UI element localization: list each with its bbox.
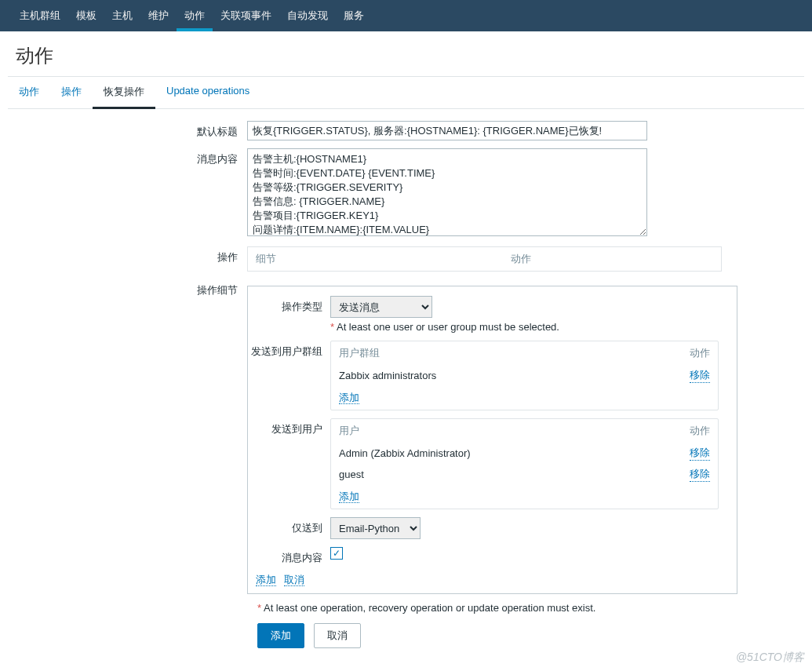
user-required-note: * At least one user or user group must b… [330,321,727,333]
operation-details-box: 操作类型 发送消息 * At least one user or user gr… [247,286,737,594]
send-only-to-label: 仅送到 [248,517,330,535]
topnav-item-7[interactable]: 服务 [336,0,372,31]
top-navigation: 主机群组模板主机维护动作关联项事件自动发现服务 [0,0,812,31]
table-row: guest移除 [331,464,718,485]
user-groups-table: 用户群组 动作 Zabbix administrators移除 添加 [330,341,719,410]
send-to-users-label: 发送到用户 [248,418,330,436]
tab-0[interactable]: 动作 [8,77,50,108]
operations-label: 操作 [8,246,247,264]
remove-group-link[interactable]: 移除 [690,368,710,383]
groups-col-name: 用户群组 [339,346,690,360]
topnav-item-1[interactable]: 模板 [68,0,104,31]
add-user-group-link[interactable]: 添加 [339,392,359,404]
operation-required-note: * At least one operation, recovery opera… [257,602,804,614]
users-table: 用户 动作 Admin (Zabbix Administrator)移除gues… [330,418,719,509]
topnav-item-4[interactable]: 动作 [177,0,213,31]
page-title: 动作 [0,31,812,76]
detail-add-link[interactable]: 添加 [256,574,276,586]
detail-actions: 添加 取消 [248,573,737,587]
users-col-name: 用户 [339,424,690,438]
message-label: 消息内容 [8,148,247,166]
op-details-label: 操作细节 [8,279,247,297]
groups-col-action: 动作 [690,346,710,360]
add-user-link[interactable]: 添加 [339,490,359,503]
tab-1[interactable]: 操作 [50,77,93,108]
table-row: Zabbix administrators移除 [331,365,718,386]
op-type-label: 操作类型 [248,296,330,314]
cancel-button[interactable]: 取消 [314,623,361,648]
topnav-item-6[interactable]: 自动发现 [279,0,336,31]
default-subject-input[interactable] [247,121,647,140]
send-only-to-select[interactable]: Email-Python [330,517,421,539]
operations-table: 细节 动作 [247,246,722,272]
watermark: @51CTO博客 [736,651,804,664]
msg-content-label: 消息内容 [248,547,330,565]
detail-cancel-link[interactable]: 取消 [284,574,304,586]
tab-3[interactable]: Update operations [155,77,260,108]
recovery-form: 默认标题 消息内容 操作 细节 动作 操作细节 [8,109,804,664]
op-type-select[interactable]: 发送消息 [330,296,432,318]
user-name: guest [339,469,690,480]
default-subject-label: 默认标题 [8,121,247,139]
send-to-groups-label: 发送到用户群组 [248,341,330,359]
topnav-item-5[interactable]: 关联项事件 [213,0,279,31]
content-panel: 动作操作恢复操作Update operations 默认标题 消息内容 操作 细… [8,76,804,664]
table-row: Admin (Zabbix Administrator)移除 [331,443,718,464]
message-textarea[interactable] [247,148,647,236]
remove-user-link[interactable]: 移除 [690,467,710,482]
tab-2[interactable]: 恢复操作 [93,77,155,109]
user-name: Admin (Zabbix Administrator) [339,447,690,459]
topnav-item-2[interactable]: 主机 [104,0,140,31]
users-col-action: 动作 [690,424,710,438]
add-button[interactable]: 添加 [257,623,304,648]
group-name: Zabbix administrators [339,370,690,381]
msg-content-checkbox[interactable]: ✓ [330,547,343,560]
form-buttons: 添加 取消 [257,623,804,648]
form-tabs: 动作操作恢复操作Update operations [8,77,804,109]
remove-user-link[interactable]: 移除 [690,446,710,461]
topnav-item-0[interactable]: 主机群组 [12,0,68,31]
ops-col-action: 动作 [511,252,531,266]
ops-col-detail: 细节 [256,252,511,266]
topnav-item-3[interactable]: 维护 [140,0,177,31]
